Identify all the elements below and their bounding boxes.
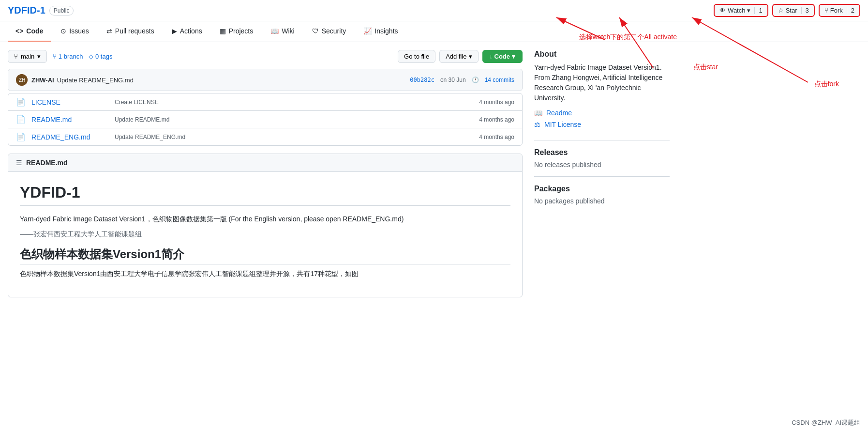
list-icon: ☰ [16,159,22,167]
repo-name[interactable]: YDFID-1 [8,5,45,16]
packages-title: Packages [534,185,670,193]
pr-icon: ⇄ [106,27,112,35]
watch-button[interactable]: 👁 Watch ▾ 1 [714,4,768,17]
readme-p1: Yarn-dyed Fabric Image Dataset Version1，… [20,214,510,224]
clock-icon: 🕐 [472,77,479,83]
annotation-fork: 点击fork [814,80,839,89]
branch-selector[interactable]: ⑂ main ▾ [8,50,47,63]
tab-wiki[interactable]: 📖 Wiki [263,21,302,42]
file-name-readme-eng[interactable]: README_ENG.md [31,133,109,141]
watch-count: 1 [754,7,762,14]
readme-title: README.md [26,159,68,167]
branch-name: main [21,53,34,60]
tab-insights[interactable]: 📈 Insights [356,21,405,42]
tab-issues[interactable]: ⊙ Issues [53,21,96,42]
divider [534,140,670,140]
commit-avatar: ZH [16,74,28,86]
watch-dropdown-icon: ▾ [747,7,750,14]
svg-text:ZH: ZH [19,77,25,83]
tag-icon: ◇ [89,53,93,60]
readme-p3: 色织物样本数据集Version1由西安工程大学电子信息学院张宏伟人工智能课题组整… [20,268,510,279]
code-dropdown-icon: ▾ [512,53,515,60]
annotation-star: 点击star [693,63,718,72]
commit-date: on 30 Jun [440,77,466,83]
fork-button[interactable]: ⑂ Fork 2 [819,4,860,17]
add-file-button[interactable]: Add file ▾ [439,50,478,63]
file-item: 📄 README.md Update README.md 4 months ag… [8,111,522,128]
star-label: Star [786,7,797,14]
file-name-license[interactable]: LICENSE [31,98,109,106]
insights-icon: 📈 [363,27,372,35]
branch-count-icon: ⑂ [53,53,57,60]
watch-label: Watch [728,7,745,14]
tab-projects[interactable]: ▦ Projects [212,21,261,42]
readme-link[interactable]: 📖 Readme [534,109,670,117]
commits-count-link[interactable]: 14 commits [485,77,514,83]
branch-count-link[interactable]: ⑂ 1 branch [53,53,83,60]
tab-pull-requests[interactable]: ⇄ Pull requests [99,21,162,42]
file-icon: 📄 [16,97,26,107]
file-time-license: 4 months ago [479,99,514,106]
fork-count: 2 [847,7,854,14]
packages-section: Packages No packages published [534,185,670,205]
star-button[interactable]: ☆ Star 3 [772,4,815,17]
packages-empty: No packages published [534,197,670,205]
file-time-readme: 4 months ago [479,116,514,123]
file-commit-msg-readme: Update README.md [115,116,473,123]
file-list: 📄 LICENSE Create LICENSE 4 months ago 📄 … [8,93,523,146]
fork-label: Fork [830,7,843,14]
eye-icon: 👁 [719,7,726,14]
fork-icon: ⑂ [824,7,828,14]
issues-icon: ⊙ [60,27,66,35]
visibility-badge: Public [49,6,74,15]
readme-p2: ——张宏伟西安工程大学人工智能课题组 [20,230,510,239]
file-icon: 📄 [16,115,26,124]
star-icon: ☆ [778,7,784,14]
code-btn-icon: ↓ [490,53,493,60]
code-icon: <> [15,27,23,35]
readme-h1: YDFID-1 [20,184,510,206]
branch-dropdown-icon: ▾ [37,53,41,60]
about-section: About Yarn-dyed Fabric Image Dataset Ver… [534,50,670,128]
file-item: 📄 LICENSE Create LICENSE 4 months ago [8,93,522,111]
releases-section: Releases No releases published [534,148,670,169]
file-commit-msg-license: Create LICENSE [115,99,473,106]
code-button[interactable]: ↓ Code ▾ [482,50,523,63]
projects-icon: ▦ [220,27,226,35]
license-link[interactable]: ⚖ MIT License [534,121,670,128]
commit-hash[interactable]: 00b282c [410,77,434,83]
file-commit-msg-readme-eng: Update README_ENG.md [115,134,473,140]
file-item: 📄 README_ENG.md Update README_ENG.md 4 m… [8,128,522,145]
commit-author[interactable]: ZHW-AI [31,77,54,84]
releases-title: Releases [534,148,670,157]
releases-empty: No releases published [534,161,670,169]
book-icon: 📖 [534,109,542,117]
add-file-dropdown-icon: ▾ [469,53,472,60]
readme-section: ☰ README.md YDFID-1 Yarn-dyed Fabric Ima… [8,154,523,297]
about-description: Yarn-dyed Fabric Image Dataset Version1.… [534,62,670,103]
tab-actions[interactable]: ▶ Actions [164,21,210,42]
file-name-readme[interactable]: README.md [31,116,109,124]
tag-count-link[interactable]: ◇ 0 tags [89,53,112,60]
scale-icon: ⚖ [534,121,540,128]
tab-security[interactable]: 🛡 Security [304,21,354,42]
divider [534,176,670,177]
security-icon: 🛡 [312,27,319,35]
about-title: About [534,50,670,59]
actions-icon: ▶ [172,27,177,35]
wiki-icon: 📖 [270,27,279,35]
commit-message: Update README_ENG.md [57,77,134,84]
commit-info-row: ZH ZHW-AI Update README_ENG.md 00b282c o… [8,69,522,91]
star-count: 3 [801,7,809,14]
tab-code[interactable]: <> Code [8,21,51,42]
branch-icon: ⑂ [14,53,18,60]
file-icon: 📄 [16,132,26,141]
readme-h2: 色织物样本数据集Version1简介 [20,247,510,264]
file-time-readme-eng: 4 months ago [479,134,514,140]
go-to-file-button[interactable]: Go to file [398,50,435,63]
repo-nav: <> Code ⊙ Issues ⇄ Pull requests ▶ Actio… [0,21,868,42]
